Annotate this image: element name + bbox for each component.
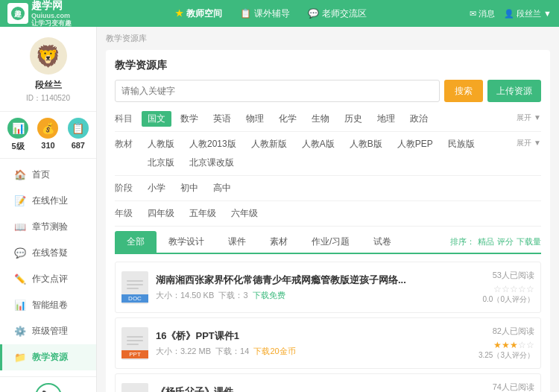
sidebar-item-qa-label: 在线答疑	[32, 247, 68, 259]
resource-thumb-3: PPT	[121, 383, 148, 393]
doc-line	[127, 280, 143, 282]
filter-opt-rjpep[interactable]: 人教PEP	[391, 136, 439, 152]
phone-icon: 📞	[35, 383, 62, 392]
resource-info-3: 《杨氏父子》课件 大小：803.0 KB 下载：4 下载20金币	[156, 385, 452, 392]
table-row[interactable]: PPT 《杨氏父子》课件 大小：803.0 KB 下载：4 下载20金币 74人…	[115, 373, 541, 392]
filter-opt-middle[interactable]: 初中	[174, 180, 204, 196]
tab-teaching-design[interactable]: 教学设计	[157, 231, 216, 253]
resource-title-1: 湖南湘西张家界怀化常德青少年戒网瘾管教版逆孩子网络...	[156, 274, 452, 287]
sidebar: 🦁 段丝兰 ID：1140520 📊 5级 💰 310 📋 687 🏠 首页	[0, 27, 97, 392]
user-menu[interactable]: 👤 段丝兰 ▼	[504, 8, 552, 19]
resource-meta-2: 大小：3.22 MB 下载：14 下载20金币	[156, 346, 452, 357]
sidebar-item-home[interactable]: 🏠 首页	[0, 162, 96, 188]
nav-tutoring[interactable]: 📋 课外辅导	[240, 7, 290, 20]
filter-opt-bjkg[interactable]: 北京课改版	[183, 155, 240, 171]
message-label: 消息	[479, 8, 495, 19]
filter-textbook: 教材 人教版 人教2013版 人教新版 人教A版 人教B版 人教PEP 民族版 …	[115, 136, 541, 176]
star-4: ☆	[518, 284, 526, 294]
filter-opt-politics[interactable]: 政治	[404, 111, 434, 127]
filter-textbook-collapse[interactable]: 展开 ▼	[517, 136, 541, 148]
resource-stats-3: 74人已阅读 ★★☆☆☆ 2.5（2人评分）	[460, 382, 534, 392]
level-value: 5级	[7, 141, 28, 152]
filter-opt-biology[interactable]: 生物	[306, 111, 335, 127]
search-button[interactable]: 搜索	[444, 80, 483, 102]
envelope-icon: ✉	[470, 9, 476, 19]
filter-opt-high[interactable]: 高中	[207, 180, 237, 196]
upload-button[interactable]: 上传资源	[487, 80, 541, 102]
star-e4: ☆	[518, 340, 526, 350]
nav-teacher-space[interactable]: ★ 教师空间	[175, 7, 222, 20]
avatar: 🦁	[30, 37, 67, 75]
filter-opt-rja[interactable]: 人教A版	[296, 136, 341, 152]
sort-quality[interactable]: 精品	[478, 236, 494, 247]
search-input[interactable]	[115, 80, 440, 102]
filter-opt-minzu[interactable]: 民族版	[442, 136, 481, 152]
sidebar-item-homework[interactable]: 📝 在线作业	[0, 188, 96, 214]
doc-line	[127, 284, 143, 285]
coins-value: 310	[37, 141, 58, 150]
filter-opt-beijing[interactable]: 北京版	[142, 155, 180, 171]
tab-exam[interactable]: 试卷	[361, 231, 403, 253]
filter-opt-geography[interactable]: 地理	[371, 111, 401, 127]
sidebar-item-chapter[interactable]: 📖 章节测验	[0, 214, 96, 240]
main-content: 教学资源库 教学资源库 搜索 上传资源 科目 国文 数学 英语 物理 化学 生物	[97, 27, 559, 392]
star-f2: ★	[502, 340, 510, 350]
filter-opt-grade6[interactable]: 六年级	[225, 206, 264, 221]
filter-opt-english[interactable]: 英语	[207, 111, 237, 127]
filter-opt-history[interactable]: 历史	[338, 111, 368, 127]
filter-opt-chemistry[interactable]: 化学	[273, 111, 303, 127]
resource-list: DOC 湖南湘西张家界怀化常德青少年戒网瘾管教版逆孩子网络... 大小：14.5…	[115, 262, 541, 392]
filter-opt-math[interactable]: 数学	[174, 111, 204, 127]
filter-stage-label: 阶段	[115, 180, 142, 195]
resource-stats-1: 53人已阅读 ☆☆☆☆☆ 0.0（0人评分）	[460, 270, 534, 305]
sort-rating[interactable]: 评分	[497, 236, 514, 247]
tab-homework[interactable]: 作业/习题	[300, 231, 361, 253]
filter-grade: 年级 四年级 五年级 六年级	[115, 206, 541, 227]
filter-opt-rj2013[interactable]: 人教2013版	[183, 136, 242, 152]
filter-opt-grade5[interactable]: 五年级	[183, 206, 222, 221]
sidebar-item-resources[interactable]: 📁 教学资源	[0, 344, 96, 370]
stat-coins[interactable]: 💰 310	[37, 118, 58, 152]
filter-opt-rjnew[interactable]: 人教新版	[245, 136, 293, 152]
header-right: ✉ 消息 👤 段丝兰 ▼	[470, 8, 552, 19]
profile-section: 🦁 段丝兰 ID：1140520	[0, 27, 96, 112]
rating-text-1: 0.0（0人评分）	[460, 294, 534, 305]
tab-material[interactable]: 素材	[258, 231, 300, 253]
sidebar-item-smart-test[interactable]: 📊 智能组卷	[0, 292, 96, 318]
tab-courseware[interactable]: 课件	[216, 231, 258, 253]
sidebar-item-composition-label: 作文点评	[32, 273, 68, 285]
filter-opt-grade4[interactable]: 四年级	[142, 206, 180, 221]
filter-textbook-label: 教材	[115, 136, 142, 151]
logo[interactable]: 趣 趣学网 Quiuus.com 让学习变有趣	[7, 0, 72, 28]
sidebar-item-composition[interactable]: ✏️ 作文点评	[0, 266, 96, 292]
sort-downloads[interactable]: 下载量	[517, 236, 541, 247]
coins-icon: 💰	[37, 118, 58, 139]
sidebar-item-homework-label: 在线作业	[32, 195, 68, 207]
filter-subject-collapse[interactable]: 展开 ▼	[517, 111, 541, 123]
sidebar-item-smart-test-label: 智能组卷	[32, 299, 68, 312]
score-value: 687	[68, 141, 89, 150]
sidebar-item-chapter-label: 章节测验	[32, 221, 68, 233]
filter-opt-physics[interactable]: 物理	[240, 111, 270, 127]
nav-exchange[interactable]: 💬 老师交流区	[308, 7, 367, 20]
tab-all[interactable]: 全部	[115, 231, 157, 253]
filter-opt-rjb[interactable]: 人教版	[142, 136, 180, 152]
sidebar-item-class-mgmt-label: 班级管理	[32, 325, 68, 338]
stat-level[interactable]: 📊 5级	[7, 118, 28, 152]
table-row[interactable]: PPT 16《桥》PPT课件1 大小：3.22 MB 下载：14 下载20金币 …	[115, 317, 541, 369]
site-tagline: Quiuus.com 让学习变有趣	[31, 12, 72, 28]
filter-opt-guowen[interactable]: 国文	[142, 111, 171, 127]
sidebar-item-class-mgmt[interactable]: ⚙️ 班级管理	[0, 318, 96, 344]
resource-title-3: 《杨氏父子》课件	[156, 385, 452, 392]
filter-opt-rjb2[interactable]: 人教B版	[344, 136, 388, 152]
logo-text: 趣学网 Quiuus.com 让学习变有趣	[31, 0, 72, 28]
stat-score[interactable]: 📋 687	[68, 118, 89, 152]
filter-opt-primary[interactable]: 小学	[142, 180, 171, 196]
star-3: ☆	[510, 284, 518, 294]
sidebar-item-qa[interactable]: 💬 在线答疑	[0, 240, 96, 266]
message-btn[interactable]: ✉ 消息	[470, 8, 495, 19]
table-row[interactable]: DOC 湖南湘西张家界怀化常德青少年戒网瘾管教版逆孩子网络... 大小：14.5…	[115, 262, 541, 313]
resource-title-2: 16《桥》PPT课件1	[156, 329, 452, 343]
header: 趣 趣学网 Quiuus.com 让学习变有趣 ★ 教师空间 📋 课外辅导 💬 …	[0, 0, 559, 27]
user-stats: 📊 5级 💰 310 📋 687	[0, 112, 96, 159]
